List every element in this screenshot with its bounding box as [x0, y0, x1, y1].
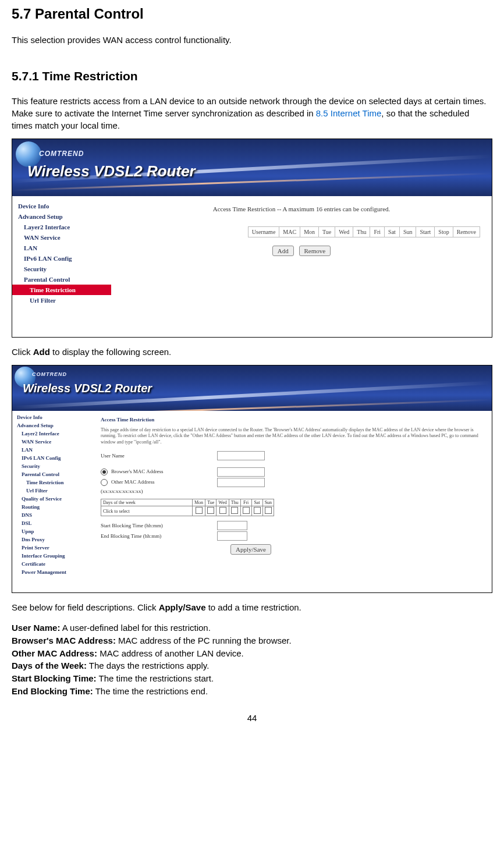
checkbox-thu[interactable]: [231, 507, 238, 514]
subsection-heading: 5.7.1 Time Restriction: [12, 69, 492, 83]
end-field-label: End Blocking Time:: [12, 686, 93, 696]
nav-advanced-setup[interactable]: Advanced Setup: [12, 421, 94, 430]
checkbox-wed[interactable]: [219, 507, 226, 514]
day-thu: Thu: [229, 499, 240, 506]
days-field-label: Days of the Week:: [12, 661, 87, 670]
nav-layer2[interactable]: Layer2 Interface: [12, 222, 111, 232]
end-time-label: End Blocking Time (hh:mm): [101, 533, 217, 539]
checkbox-tue[interactable]: [207, 507, 214, 514]
user-name-label: User Name: [101, 453, 217, 459]
col-remove: Remove: [453, 227, 480, 237]
col-mac: MAC: [279, 227, 300, 237]
panel-description: This page adds time of day restriction t…: [101, 427, 485, 445]
checkbox-sat[interactable]: [254, 507, 261, 514]
days-of-week-label: Days of the week: [101, 499, 193, 506]
nav-security[interactable]: Security: [12, 462, 94, 470]
nav-dsl[interactable]: DSL: [12, 519, 94, 527]
user-name-field-label: User Name:: [12, 623, 60, 633]
col-sun: Sun: [399, 227, 416, 237]
text: to add a time restriction.: [206, 602, 301, 612]
nav-dns[interactable]: DNS: [12, 511, 94, 519]
router-banner: COMTREND Wireless VDSL2 Router: [12, 139, 492, 196]
day-sat: Sat: [251, 499, 262, 506]
description-paragraph: This feature restricts access from a LAN…: [12, 95, 492, 132]
other-mac-option[interactable]: Other MAC Address: [101, 479, 217, 486]
nav-parental-control[interactable]: Parental Control: [12, 470, 94, 478]
day-sun: Sun: [262, 499, 274, 506]
radio-icon[interactable]: [101, 479, 108, 486]
product-name: Wireless VDSL2 Router: [27, 162, 196, 180]
col-username: Username: [248, 227, 279, 237]
add-bold: Add: [33, 347, 50, 357]
text: to display the following screen.: [50, 347, 171, 357]
remove-button[interactable]: Remove: [299, 246, 331, 256]
checkbox-mon[interactable]: [196, 507, 203, 514]
panel-title: Access Time Restriction: [101, 417, 485, 423]
nav-routing[interactable]: Routing: [12, 503, 94, 511]
nav-url-filter[interactable]: Url Filter: [12, 295, 111, 306]
radio-icon[interactable]: [101, 469, 108, 475]
day-fri: Fri: [240, 499, 251, 506]
browser-mac-field-desc: MAC address of the PC running the browse…: [116, 636, 292, 645]
col-stop: Stop: [435, 227, 453, 237]
nav-certificate[interactable]: Certificate: [12, 560, 94, 568]
nav-device-info[interactable]: Device Info: [12, 201, 111, 211]
checkbox-sun[interactable]: [265, 507, 272, 514]
days-table: Days of the week Mon Tue Wed Thu Fri Sat…: [101, 499, 274, 516]
col-wed: Wed: [335, 227, 353, 237]
col-mon: Mon: [300, 227, 319, 237]
browser-mac-input[interactable]: [217, 467, 265, 477]
nav-security[interactable]: Security: [12, 264, 111, 274]
browser-mac-option[interactable]: Browser's MAC Address: [101, 469, 217, 475]
nav-power-management[interactable]: Power Management: [12, 568, 94, 576]
day-wed: Wed: [216, 499, 229, 506]
nav-time-restriction[interactable]: Time Restriction: [12, 478, 94, 487]
mac-format-hint: (xx:xx:xx:xx:xx:xx): [101, 488, 217, 494]
field-descriptions: User Name: A user-defined label for this…: [12, 622, 492, 698]
nav-lan[interactable]: LAN: [12, 243, 111, 253]
instruction-paragraph: Click Add to display the following scree…: [12, 346, 492, 358]
nav-device-info[interactable]: Device Info: [12, 413, 94, 421]
nav-lan[interactable]: LAN: [12, 446, 94, 454]
nav-upnp[interactable]: Upnp: [12, 527, 94, 535]
col-tue: Tue: [319, 227, 335, 237]
restriction-table: Username MAC Mon Tue Wed Thu Fri Sat Sun…: [248, 226, 480, 237]
nav-print-server[interactable]: Print Server: [12, 544, 94, 552]
end-time-input[interactable]: [217, 531, 247, 541]
nav-advanced-setup[interactable]: Advanced Setup: [12, 211, 111, 222]
apply-save-bold: Apply/Save: [159, 602, 206, 612]
panel-title: Access Time Restriction -- A maximum 16 …: [120, 205, 482, 212]
nav-qos[interactable]: Quality of Service: [12, 495, 94, 503]
brand-name: COMTREND: [39, 150, 84, 158]
col-start: Start: [416, 227, 435, 237]
col-thu: Thu: [353, 227, 370, 237]
page-number: 44: [12, 713, 492, 723]
nav-layer2[interactable]: Layer2 Interface: [12, 430, 94, 438]
other-mac-field-label: Other MAC Address:: [12, 648, 97, 658]
other-mac-input[interactable]: [217, 478, 265, 487]
nav-dns-proxy[interactable]: Dns Proxy: [12, 535, 94, 544]
start-time-label: Start Blocking Time (hh:mm): [101, 523, 217, 528]
click-to-select-label: Click to select: [101, 506, 193, 516]
user-name-field-desc: A user-defined label for this restrictio…: [60, 623, 210, 633]
start-time-input[interactable]: [217, 521, 247, 530]
nav-url-filter[interactable]: Url Filter: [12, 487, 94, 495]
nav-interface-grouping[interactable]: Interface Grouping: [12, 552, 94, 560]
nav-time-restriction[interactable]: Time Restriction: [12, 285, 111, 295]
router-banner: COMTREND Wireless VDSL2 Router: [12, 365, 492, 411]
nav-ipv6-lan[interactable]: IPv6 LAN Config: [12, 454, 94, 462]
checkbox-fri[interactable]: [243, 507, 250, 514]
apply-instruction: See below for field descriptions. Click …: [12, 601, 492, 613]
internet-time-link[interactable]: 8.5 Internet Time: [316, 108, 382, 118]
product-name: Wireless VDSL2 Router: [23, 382, 152, 395]
nav-parental-control[interactable]: Parental Control: [12, 274, 111, 285]
start-field-label: Start Blocking Time:: [12, 673, 97, 683]
add-button[interactable]: Add: [272, 246, 294, 256]
text: Click: [12, 347, 33, 357]
user-name-input[interactable]: [217, 451, 265, 460]
nav-wan-service[interactable]: WAN Service: [12, 438, 94, 446]
brand-name: COMTREND: [32, 371, 67, 377]
nav-wan-service[interactable]: WAN Service: [12, 232, 111, 243]
apply-save-button[interactable]: Apply/Save: [230, 544, 271, 555]
nav-ipv6-lan[interactable]: IPv6 LAN Config: [12, 253, 111, 264]
